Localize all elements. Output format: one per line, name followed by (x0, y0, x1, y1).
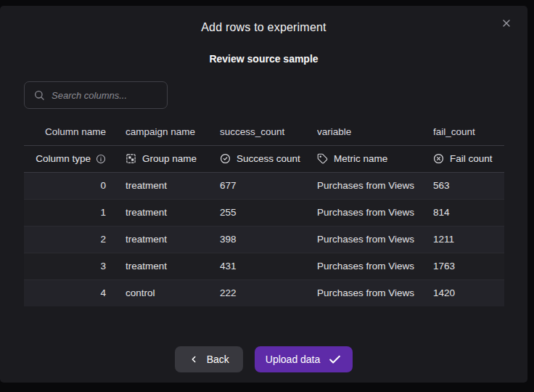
chevron-left-icon (189, 354, 199, 364)
add-rows-dialog: Add rows to experiment Review source sam… (0, 6, 527, 383)
cell-fail-count: 1763 (433, 253, 504, 279)
cell-success-count: 222 (220, 279, 317, 306)
column-header: variable (317, 119, 433, 145)
step-title: Review source sample (0, 53, 527, 65)
column-type-value: Fail count (450, 153, 493, 164)
cell-campaign: treatment (126, 199, 220, 226)
column-type-value: Success count (237, 153, 300, 164)
cell-index: 0 (24, 172, 126, 199)
cell-variable: Purchases from Views (317, 279, 433, 306)
upload-data-button[interactable]: Upload data (255, 346, 353, 372)
back-button-label: Back (207, 354, 229, 365)
column-header: fail_count (433, 119, 504, 145)
table-row: 0 treatment 677 Purchases from Views 563 (24, 172, 504, 199)
table-row: 2 treatment 398 Purchases from Views 121… (24, 226, 504, 253)
tag-icon (317, 153, 328, 164)
column-type-value: Metric name (334, 153, 387, 164)
table-row: 1 treatment 255 Purchases from Views 814 (24, 199, 504, 226)
cell-campaign: treatment (126, 226, 220, 253)
column-header: campaign name (126, 119, 220, 145)
search-icon (33, 89, 45, 101)
column-type-value: Group name (142, 153, 197, 164)
cell-fail-count: 1420 (433, 279, 504, 306)
cell-variable: Purchases from Views (317, 253, 433, 279)
search-box[interactable] (24, 81, 168, 109)
close-button[interactable] (498, 16, 514, 32)
x-circle-icon (433, 153, 444, 164)
group-icon (126, 153, 136, 164)
cell-success-count: 677 (220, 172, 317, 199)
upload-button-label: Upload data (266, 354, 321, 365)
cell-campaign: treatment (126, 172, 220, 199)
cell-campaign: treatment (126, 253, 220, 279)
cell-variable: Purchases from Views (317, 199, 433, 226)
cell-fail-count: 1211 (433, 226, 504, 253)
check-icon (328, 353, 342, 367)
dialog-title: Add rows to experiment (0, 21, 527, 34)
cell-index: 4 (24, 279, 126, 306)
info-icon[interactable] (96, 154, 106, 164)
cell-index: 1 (24, 199, 126, 226)
table-row: 3 treatment 431 Purchases from Views 176… (24, 253, 504, 279)
cell-variable: Purchases from Views (317, 226, 433, 253)
cell-success-count: 431 (220, 253, 317, 279)
close-icon (501, 17, 512, 31)
cell-fail-count: 814 (433, 199, 504, 226)
table-header-row: Column name campaign name success_count … (24, 119, 504, 145)
cell-variable: Purchases from Views (317, 172, 433, 199)
cell-index: 2 (24, 226, 126, 253)
cell-index: 3 (24, 253, 126, 279)
column-header: Column name (24, 119, 126, 145)
table-body: 0 treatment 677 Purchases from Views 563… (24, 172, 504, 306)
cell-fail-count: 563 (433, 172, 504, 199)
column-type-label: Column type (36, 153, 91, 164)
source-sample-table: Column name campaign name success_count … (24, 119, 504, 306)
dialog-footer: Back Upload data (0, 346, 527, 372)
check-circle-icon (220, 153, 231, 164)
column-header: success_count (220, 119, 317, 145)
search-input[interactable] (52, 90, 158, 101)
table-row: 4 control 222 Purchases from Views 1420 (24, 279, 504, 306)
cell-campaign: control (126, 279, 220, 306)
column-type-row: Column type Group name (24, 145, 504, 172)
cell-success-count: 398 (220, 226, 317, 253)
back-button[interactable]: Back (175, 346, 243, 372)
cell-success-count: 255 (220, 199, 317, 226)
